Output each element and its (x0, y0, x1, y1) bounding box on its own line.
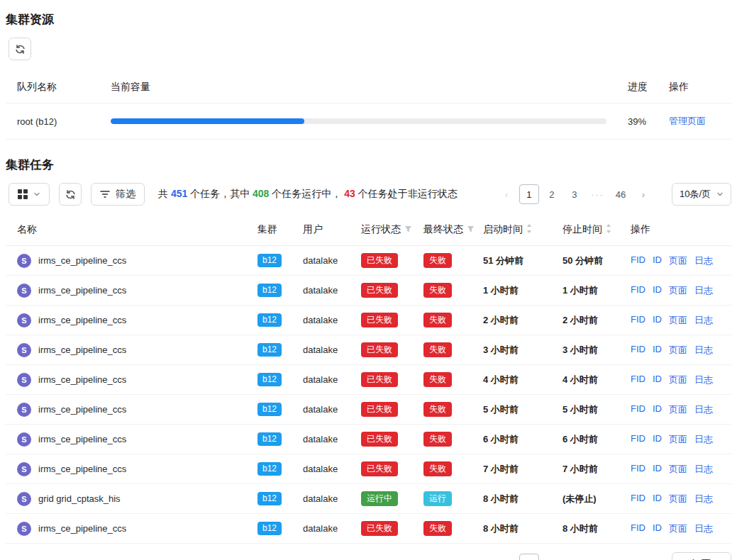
stop-time: 6 小时前 (557, 425, 625, 454)
tasks-refresh-button[interactable] (59, 183, 82, 206)
sorter-icon[interactable] (526, 224, 532, 235)
id-link[interactable]: ID (653, 463, 662, 476)
progress-value: 39% (622, 103, 663, 140)
final-status-badge: 失败 (423, 342, 452, 357)
cluster-badge: b12 (257, 403, 282, 416)
total-count: 451 (171, 188, 187, 199)
fid-link[interactable]: FID (631, 433, 645, 446)
next-page-button[interactable]: › (633, 554, 653, 560)
sorter-icon[interactable] (606, 224, 611, 235)
page-button-2[interactable]: 2 (542, 554, 562, 560)
resources-title: 集群资源 (6, 11, 731, 28)
page-link[interactable]: 页面 (669, 403, 687, 416)
page-link[interactable]: 页面 (669, 344, 687, 357)
user-name: datalake (303, 345, 338, 355)
page-size-select[interactable]: 10条/页 (672, 183, 731, 206)
run-status-badge: 已失败 (361, 372, 398, 387)
page-link[interactable]: 页面 (669, 374, 687, 386)
id-link[interactable]: ID (653, 344, 662, 357)
start-time: 4 小时前 (477, 365, 557, 395)
page-button-3[interactable]: 3 (565, 554, 584, 560)
fid-link[interactable]: FID (631, 254, 645, 267)
fid-link[interactable]: FID (631, 463, 645, 476)
log-link[interactable]: 日志 (694, 344, 713, 357)
table-row: S irms_ce_pipeline_ccs b12 datalake 已失败 … (6, 246, 731, 276)
fid-link[interactable]: FID (631, 284, 645, 297)
manage-page-link[interactable]: 管理页面 (669, 116, 706, 126)
page-button-46[interactable]: 46 (611, 554, 631, 560)
fid-link[interactable]: FID (631, 403, 645, 416)
avatar: S (17, 403, 31, 417)
log-link[interactable]: 日志 (694, 463, 713, 476)
fid-link[interactable]: FID (631, 314, 645, 327)
id-link[interactable]: ID (653, 254, 662, 267)
task-name: irms_ce_pipeline_ccs (38, 464, 126, 474)
prev-page-button[interactable]: ‹ (497, 184, 516, 204)
id-link[interactable]: ID (653, 284, 662, 297)
log-link[interactable]: 日志 (694, 522, 713, 535)
fid-link[interactable]: FID (631, 522, 645, 535)
run-status-badge: 已失败 (361, 432, 398, 447)
page-button-1[interactable]: 1 (519, 554, 539, 560)
log-link[interactable]: 日志 (694, 493, 713, 505)
log-link[interactable]: 日志 (694, 374, 713, 386)
id-link[interactable]: ID (653, 522, 662, 535)
layout-dropdown-button[interactable] (9, 183, 50, 206)
table-row: S irms_ce_pipeline_ccs b12 datalake 已失败 … (6, 365, 731, 395)
refresh-button[interactable] (9, 38, 31, 60)
user-header: 用户 (297, 214, 355, 246)
page-link[interactable]: 页面 (669, 463, 687, 476)
page-size-value: 10条/页 (680, 557, 711, 560)
resources-action-header: 操作 (663, 72, 731, 103)
final-status-badge: 失败 (423, 432, 452, 447)
id-link[interactable]: ID (653, 374, 662, 386)
page-button-46[interactable]: 46 (611, 184, 631, 204)
fid-link[interactable]: FID (631, 493, 645, 505)
id-link[interactable]: ID (653, 403, 662, 416)
log-link[interactable]: 日志 (694, 254, 713, 267)
pagination-ellipsis[interactable]: ··· (587, 184, 608, 204)
page-size-select[interactable]: 10条/页 (672, 552, 731, 560)
task-name: irms_ce_pipeline_ccs (38, 345, 126, 355)
run-status-badge: 已失败 (361, 521, 398, 536)
page-link[interactable]: 页面 (669, 254, 687, 267)
final-status-badge: 失败 (423, 253, 452, 268)
id-link[interactable]: ID (653, 314, 662, 327)
pagination-ellipsis[interactable]: ··· (587, 554, 608, 560)
page-button-1[interactable]: 1 (519, 184, 539, 204)
page-link[interactable]: 页面 (669, 433, 687, 446)
page-link[interactable]: 页面 (669, 493, 687, 505)
log-link[interactable]: 日志 (694, 433, 713, 446)
filter-funnel-icon[interactable] (404, 224, 412, 235)
avatar: S (17, 522, 31, 536)
log-link[interactable]: 日志 (694, 403, 713, 416)
final-status-badge: 失败 (423, 372, 452, 387)
log-link[interactable]: 日志 (694, 314, 713, 327)
log-link[interactable]: 日志 (694, 284, 713, 297)
task-name: irms_ce_pipeline_ccs (38, 255, 126, 266)
page-link[interactable]: 页面 (669, 284, 687, 297)
final-status-badge: 失败 (423, 402, 452, 417)
pagination-bottom: ‹ 1 2 3 ··· 46 › 10条/页 (497, 552, 731, 560)
page-button-3[interactable]: 3 (565, 184, 584, 204)
page-link[interactable]: 页面 (669, 314, 687, 327)
task-name: irms_ce_pipeline_ccs (38, 404, 126, 415)
id-link[interactable]: ID (653, 433, 662, 446)
next-page-button[interactable]: › (633, 184, 653, 204)
filter-button[interactable]: 筛选 (91, 183, 145, 206)
page-link[interactable]: 页面 (669, 522, 687, 535)
fid-link[interactable]: FID (631, 374, 645, 386)
page-button-2[interactable]: 2 (542, 184, 562, 204)
cluster-tasks-section: 集群任务 (6, 157, 731, 560)
cluster-badge: b12 (257, 432, 282, 446)
fid-link[interactable]: FID (631, 344, 645, 357)
run-status-badge: 已失败 (361, 253, 398, 268)
cluster-badge: b12 (257, 373, 282, 386)
summary-text: 共 (158, 188, 171, 199)
id-link[interactable]: ID (653, 493, 662, 505)
filter-funnel-icon[interactable] (467, 224, 475, 235)
start-time: 2 小时前 (477, 306, 557, 335)
start-time: 1 小时前 (477, 276, 557, 306)
tasks-table: 名称 集群 用户 运行状态 最终状态 启动时间 停止时间 操作 S irms_c… (6, 214, 731, 544)
prev-page-button[interactable]: ‹ (497, 554, 516, 560)
